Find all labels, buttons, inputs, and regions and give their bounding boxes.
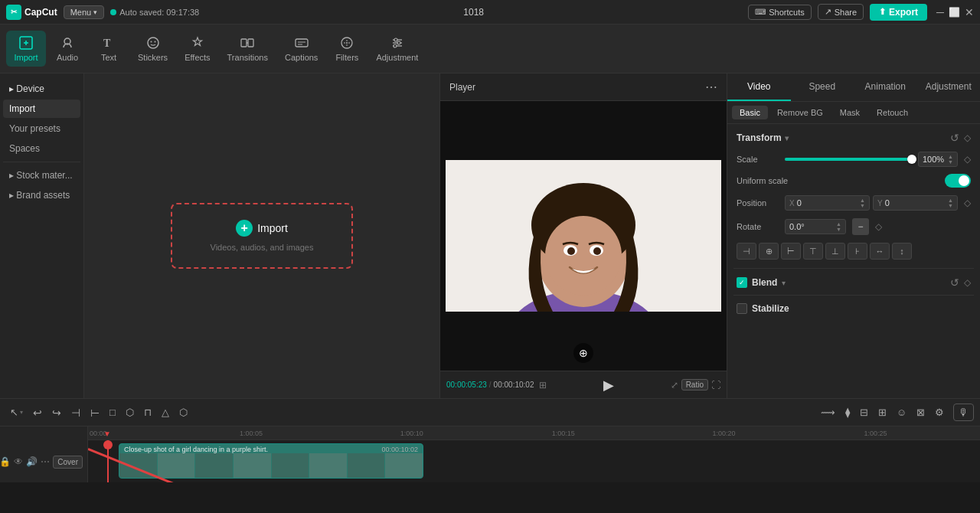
scale-keyframe-diamond[interactable]: ◇ (964, 154, 971, 165)
rotate-input[interactable]: 0.0° ▲ ▼ (785, 219, 846, 234)
tl-lock-icon[interactable]: 🔒 (0, 456, 11, 467)
align-top-btn[interactable]: ⊤ (803, 243, 823, 260)
subtab-retouch[interactable]: Retouch (869, 106, 916, 119)
position-x-input[interactable]: X 0 ▲ ▼ (785, 195, 870, 211)
tab-video[interactable]: Video (727, 74, 791, 101)
tl-connect3-btn[interactable]: ⊟ (856, 404, 872, 420)
export-button[interactable]: ⬆ Export (870, 4, 927, 21)
blend-checkbox[interactable]: ✓ (737, 277, 747, 288)
subtab-mask[interactable]: Mask (832, 106, 867, 119)
scale-up-arrow[interactable]: ▲ (948, 154, 953, 159)
align-center-h-btn[interactable]: ⊕ (759, 243, 779, 260)
maximize-button[interactable]: ⬜ (949, 7, 960, 18)
tl-emoji-btn[interactable]: ☺ (893, 404, 910, 420)
tl-sticker-btn[interactable]: ⊠ (913, 404, 929, 420)
tl-mirror-btn[interactable]: ⊓ (140, 404, 155, 420)
tl-connect4-btn[interactable]: ⊞ (874, 404, 890, 420)
toolbar-adjustment[interactable]: Adjustment (368, 31, 426, 67)
position-y-input[interactable]: Y 0 ▲ ▼ (873, 195, 958, 211)
tl-crop-btn[interactable]: □ (106, 404, 119, 420)
subtab-remove-bg[interactable]: Remove BG (769, 106, 831, 119)
toolbar-filters[interactable]: Filters (327, 31, 367, 67)
align-right-btn[interactable]: ⊢ (781, 243, 801, 260)
toolbar-text[interactable]: T Text (89, 31, 129, 67)
sidebar-item-spaces[interactable]: Spaces (3, 139, 80, 158)
toolbar-transitions[interactable]: Transitions (220, 31, 276, 67)
cover-button[interactable]: Cover (53, 456, 83, 469)
pos-x-down[interactable]: ▼ (860, 203, 865, 208)
video-clip[interactable]: Close-up shot of a girl dancing in a pur… (119, 443, 423, 479)
rotate-up[interactable]: ▲ (836, 221, 841, 227)
toolbar-stickers[interactable]: Stickers (130, 31, 175, 67)
tl-speed-btn[interactable]: △ (158, 404, 173, 420)
tracks-area: 00:00 1:00:05 1:00:10 1:00:15 1:00:20 1:… (88, 426, 980, 482)
tab-adjustment[interactable]: Adjustment (917, 74, 981, 101)
tl-split-left-btn[interactable]: ⊣ (67, 404, 84, 421)
toolbar-audio[interactable]: Audio (47, 31, 87, 67)
tl-split-right-btn[interactable]: ⊢ (87, 404, 103, 421)
ratio-button[interactable]: Ratio (681, 379, 708, 390)
transform-diamond-icon[interactable]: ◇ (964, 132, 971, 144)
tab-speed[interactable]: Speed (791, 74, 854, 101)
close-button[interactable]: ✕ (965, 6, 974, 18)
align-center-v-btn[interactable]: ⊥ (825, 243, 845, 260)
pos-y-down[interactable]: ▼ (948, 203, 953, 208)
sidebar-item-device[interactable]: ▸ Device (3, 80, 80, 98)
rotate-down[interactable]: ▼ (836, 227, 841, 232)
tl-select-tool[interactable]: ↖▾ (6, 404, 27, 420)
scale-slider-thumb[interactable] (907, 155, 916, 164)
tl-settings-btn[interactable]: ⚙ (931, 404, 948, 420)
flip-h-btn[interactable]: ↔ (870, 243, 890, 260)
playhead[interactable]: ▼ (107, 440, 109, 482)
tl-mic-btn[interactable]: 🎙 (953, 404, 974, 421)
sidebar-divider (3, 162, 80, 162)
stabilize-checkbox[interactable] (737, 303, 747, 314)
pos-y-up[interactable]: ▲ (948, 198, 953, 203)
rotate-keyframe-diamond[interactable]: ◇ (875, 221, 882, 232)
tl-undo-btn[interactable]: ↩ (29, 404, 46, 421)
pos-x-up[interactable]: ▲ (860, 198, 865, 203)
menu-button[interactable]: Menu ▾ (64, 5, 105, 19)
position-keyframe-diamond[interactable]: ◇ (964, 198, 971, 208)
playback-indicator[interactable]: ⊕ (573, 343, 593, 363)
import-drop-zone[interactable]: + Import Videos, audios, and images (171, 203, 354, 269)
blend-reset-icon[interactable]: ↺ (950, 276, 959, 289)
sidebar-item-stock[interactable]: ▸ Stock mater... (3, 166, 80, 185)
svg-rect-8 (296, 39, 308, 47)
uniform-scale-toggle[interactable] (945, 174, 971, 188)
tl-eye-icon[interactable]: 👁 (14, 456, 23, 467)
grid-icon[interactable]: ⊞ (539, 380, 547, 390)
shortcuts-button[interactable]: ⌨ Shortcuts (748, 5, 811, 20)
toolbar-effects[interactable]: Effects (177, 31, 217, 67)
align-left-btn[interactable]: ⊣ (737, 243, 756, 260)
fit-to-frame-icon[interactable]: ⤢ (671, 380, 678, 390)
player-more-icon[interactable]: ⋯ (705, 80, 717, 94)
tl-more-icon[interactable]: ⋯ (41, 456, 50, 467)
tab-animation[interactable]: Animation (854, 74, 917, 101)
fullscreen-icon[interactable]: ⛶ (711, 380, 720, 390)
tl-redo-btn[interactable]: ↪ (48, 404, 65, 421)
tl-volume-icon[interactable]: 🔊 (26, 456, 38, 467)
share-button[interactable]: ↗ Share (818, 4, 864, 20)
sidebar-item-presets[interactable]: Your presets (3, 119, 80, 138)
clip-duration: 00:00:10:02 (381, 446, 418, 453)
sidebar-item-brand[interactable]: ▸ Brand assets (3, 186, 80, 204)
scale-slider[interactable] (785, 158, 912, 161)
subtab-basic[interactable]: Basic (732, 106, 768, 119)
scale-down-arrow[interactable]: ▼ (948, 159, 953, 165)
toolbar-import[interactable]: Import (6, 31, 46, 67)
tl-freeze-btn[interactable]: ⬡ (175, 404, 191, 420)
sidebar-item-import[interactable]: Import (3, 100, 80, 118)
flip-v-btn[interactable]: ↕ (892, 243, 912, 260)
playhead-handle[interactable] (103, 440, 113, 449)
toolbar-captions[interactable]: Captions (277, 31, 325, 67)
tl-connect1-btn[interactable]: ⟿ (817, 404, 839, 420)
rotate-minus-btn[interactable]: − (852, 218, 869, 235)
align-bottom-btn[interactable]: ⊦ (848, 243, 867, 260)
play-button[interactable]: ▶ (603, 377, 614, 394)
blend-diamond-icon[interactable]: ◇ (964, 276, 971, 289)
tl-shield-btn[interactable]: ⬡ (122, 404, 138, 420)
transform-reset-icon[interactable]: ↺ (950, 132, 959, 144)
tl-connect2-btn[interactable]: ⧫ (841, 404, 854, 420)
minimize-button[interactable]: ─ (936, 6, 944, 18)
